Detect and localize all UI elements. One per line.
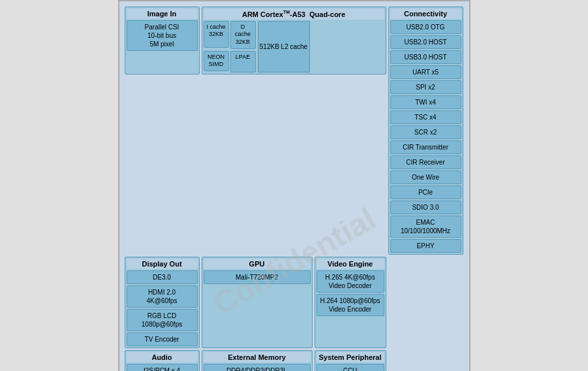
arm-section: ARM CortexTM-A53 Quad-core I cache32KB D… <box>202 7 386 74</box>
connectivity-item: CIR Receiver <box>390 155 461 169</box>
connectivity-item: SCR x2 <box>390 125 461 139</box>
ext-memory-title: External Memory <box>204 352 311 363</box>
connectivity-item: CIR Transmitter <box>390 140 461 154</box>
connectivity-item: TWI x4 <box>390 95 461 109</box>
connectivity-item: USB2.0 OTG <box>390 20 461 34</box>
connectivity-item: USB3.0 HOST <box>390 50 461 64</box>
image-in-section: Image In Parallel CSI10-bit bus5M pixel <box>125 7 200 74</box>
connectivity-item: UART x5 <box>390 65 461 79</box>
connectivity-section: Connectivity USB2.0 OTG USB2.0 HOST USB3… <box>388 7 463 255</box>
image-in-item: Parallel CSI10-bit bus5M pixel <box>127 20 198 51</box>
video-engine-title: Video Engine <box>317 259 384 269</box>
mali: Mali-T720MP2 <box>204 270 311 284</box>
connectivity-item: EPHY <box>390 239 461 253</box>
connectivity-title: Connectivity <box>390 8 461 19</box>
hdmi: HDMI 2.04K@60fps <box>127 285 198 308</box>
audio-section: Audio I2S/PCM x 4 Audio Hub OWA IN/OUT D… <box>125 350 200 371</box>
lpae: LPAE <box>230 51 256 73</box>
de30: DE3.0 <box>127 270 198 284</box>
gpu-title: GPU <box>204 259 311 269</box>
icache: I cache32KB <box>204 21 229 48</box>
sys-peripheral-title: System Peripheral <box>317 352 384 363</box>
connectivity-item: PCIe <box>390 186 461 199</box>
connectivity-item: SDIO 3.0 <box>390 201 461 214</box>
display-out-title: Display Out <box>127 259 198 269</box>
connectivity-item: USB2.0 HOST <box>390 35 461 49</box>
connectivity-item: SPI x2 <box>390 80 461 94</box>
connectivity-item: One Wire <box>390 170 461 184</box>
connectivity-item: TSC x4 <box>390 110 461 124</box>
h265: H.265 4K@60fpsVideo Decoder <box>317 270 384 293</box>
neon: NEONSIMD <box>204 51 229 71</box>
ddr: DDR4/DDR3/DDR3L/LPDDR2/LPDDR332-bit bus <box>204 364 311 371</box>
video-engine-section: Video Engine H.265 4K@60fpsVideo Decoder… <box>315 257 386 348</box>
l2cache: 512KB L2 cache <box>258 21 310 73</box>
image-in-title: Image In <box>127 8 198 19</box>
gpu-section: GPU Mali-T720MP2 <box>202 257 313 348</box>
chip-diagram: Confidential Image In Parallel CSI10-bit… <box>118 0 471 371</box>
connectivity-item: EMAC10/100/1000MHz <box>390 216 461 238</box>
i2s-pcm: I2S/PCM x 4 <box>127 364 198 371</box>
arm-title: ARM CortexTM-A53 Quad-core <box>204 8 384 20</box>
rgb-lcd: RGB LCD1080p@60fps <box>127 309 198 331</box>
ccu: CCU <box>317 364 384 371</box>
h264: H.264 1080p@60fpsVideo Encoder <box>317 294 384 316</box>
tv-encoder: TV Encoder <box>127 332 198 346</box>
ext-memory-section: External Memory DDR4/DDR3/DDR3L/LPDDR2/L… <box>202 350 313 371</box>
sys-peripheral-section: System Peripheral CCU GIC Thermal Sensor… <box>315 350 386 371</box>
audio-title: Audio <box>127 352 198 363</box>
display-out-section: Display Out DE3.0 HDMI 2.04K@60fps RGB L… <box>125 257 200 348</box>
dcache: D cache32KB <box>230 21 256 49</box>
